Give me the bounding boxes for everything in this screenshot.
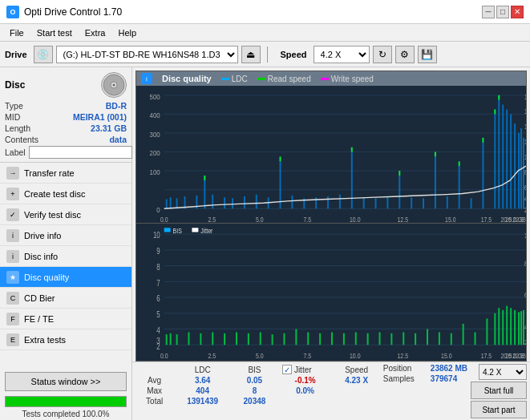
disc-info-label: Disc info (24, 252, 58, 261)
svg-text:12X: 12X (524, 139, 526, 147)
create-test-disc-icon: + (6, 188, 19, 200)
sidebar-item-create-test-disc[interactable]: + Create test disc (0, 184, 131, 204)
save-button[interactable]: 💾 (418, 46, 437, 63)
read-speed-legend-label: Read speed (268, 75, 311, 83)
cd-bier-label: CD Bier (24, 293, 55, 303)
sidebar-item-verify-test-disc[interactable]: ✓ Verify test disc (0, 204, 131, 225)
menu-file[interactable]: File (3, 26, 30, 39)
stats-max-row: Max 404 8 0.0% (136, 386, 380, 396)
sidebar-item-transfer-rate[interactable]: → Transfer rate (0, 163, 131, 184)
titlebar: O Opti Drive Control 1.70 ─ □ ✕ (0, 0, 530, 24)
total-ldc: 1391439 (173, 396, 232, 406)
eject-button[interactable]: ⏏ (241, 46, 261, 63)
label-input[interactable] (29, 146, 132, 159)
svg-rect-108 (164, 228, 171, 232)
svg-text:0: 0 (156, 205, 160, 214)
drive-select[interactable]: (G:) HL-DT-ST BD-RE WH16NS48 1.D3 (56, 46, 238, 63)
disc-header: Disc (5, 72, 127, 98)
svg-rect-68 (498, 100, 500, 209)
app-icon: O (6, 6, 19, 18)
chart-header: i Disc quality LDC Read speed Write spee… (136, 71, 526, 86)
sidebar-item-disc-info[interactable]: i Disc info (0, 246, 131, 267)
disc-type-row: Type BD-R (5, 101, 127, 111)
svg-rect-62 (435, 156, 436, 208)
stats-table: LDC BIS ✓ Jitter Speed (136, 364, 380, 418)
svg-text:0.0: 0.0 (160, 216, 168, 223)
close-button[interactable]: ✕ (511, 6, 524, 18)
svg-rect-57 (375, 198, 377, 208)
svg-text:25.0 GB: 25.0 GB (506, 216, 526, 223)
svg-rect-117 (212, 332, 213, 345)
content-area: i Disc quality LDC Read speed Write spee… (132, 67, 530, 420)
svg-rect-133 (403, 332, 404, 345)
svg-rect-147 (518, 312, 520, 345)
jitter-checkbox[interactable]: ✓ (282, 365, 292, 374)
settings-button[interactable]: ⚙ (395, 46, 415, 63)
svg-rect-114 (176, 334, 178, 345)
svg-text:4: 4 (156, 326, 160, 335)
progress-bar-fill (6, 397, 126, 406)
length-value: 23.31 GB (91, 123, 127, 133)
svg-rect-37 (166, 200, 168, 209)
svg-rect-53 (327, 196, 329, 208)
status-window-button[interactable]: Status window >> (5, 372, 127, 391)
transfer-rate-icon: → (6, 167, 19, 180)
svg-rect-124 (295, 329, 297, 345)
svg-rect-146 (514, 310, 516, 345)
disc-quality-label: Disc quality (24, 273, 69, 282)
label-label: Label (5, 147, 26, 157)
svg-rect-131 (379, 332, 381, 345)
label-row: Label 🔍 (5, 146, 127, 159)
disc-icon (101, 72, 127, 98)
svg-rect-59 (399, 176, 400, 208)
quality-speed-select[interactable]: 4.2 X (479, 364, 527, 380)
speed-label: Speed (281, 50, 307, 59)
menu-start-test[interactable]: Start test (30, 26, 79, 39)
svg-rect-71 (510, 114, 512, 208)
svg-text:2%: 2% (524, 338, 526, 346)
svg-rect-65 (471, 198, 472, 208)
svg-rect-77 (280, 156, 281, 161)
stats-buttons: 4.2 X Start full Start part (471, 364, 527, 418)
sidebar-item-disc-quality[interactable]: ★ Disc quality (0, 267, 131, 288)
verify-test-disc-icon: ✓ (6, 208, 19, 221)
svg-text:12.5: 12.5 (398, 216, 408, 223)
svg-rect-72 (514, 123, 516, 208)
stats-header-ldc: LDC (173, 364, 232, 375)
svg-rect-125 (307, 332, 309, 345)
svg-rect-134 (415, 333, 416, 345)
svg-text:10: 10 (153, 231, 160, 240)
nav-menu: → Transfer rate + Create test disc ✓ Ver… (0, 163, 131, 369)
sidebar-item-extra-tests[interactable]: E Extra tests (0, 329, 131, 350)
menu-extra[interactable]: Extra (79, 26, 112, 39)
chart-top: 500 400 300 200 100 0 18X 16X 14X 12X 10… (136, 86, 526, 224)
sidebar-item-fe-te[interactable]: F FE / TE (0, 309, 131, 329)
start-full-button[interactable]: Start full (471, 382, 527, 399)
svg-text:18X: 18X (524, 93, 526, 101)
svg-rect-61 (423, 198, 424, 208)
mid-value: MEIRA1 (001) (73, 112, 127, 122)
svg-rect-122 (272, 334, 273, 345)
svg-rect-142 (498, 308, 500, 345)
maximize-button[interactable]: □ (496, 6, 509, 18)
svg-rect-55 (351, 152, 353, 209)
position-row: Position 23862 MB (383, 364, 467, 373)
disc-length-row: Length 23.31 GB (5, 123, 127, 133)
sidebar-item-cd-bier[interactable]: C CD Bier (0, 288, 131, 309)
start-part-button[interactable]: Start part (471, 401, 527, 418)
window-controls[interactable]: ─ □ ✕ (482, 6, 524, 18)
svg-rect-39 (176, 198, 178, 208)
svg-text:0.0: 0.0 (160, 352, 168, 360)
minimize-button[interactable]: ─ (482, 6, 495, 18)
drive-icon-btn[interactable]: 💿 (34, 46, 53, 63)
svg-rect-135 (427, 329, 428, 345)
type-value: BD-R (106, 101, 127, 111)
svg-text:100: 100 (150, 168, 160, 176)
svg-text:5: 5 (156, 310, 160, 319)
stats-area: LDC BIS ✓ Jitter Speed (132, 361, 530, 420)
sidebar-item-drive-info[interactable]: i Drive info (0, 225, 131, 246)
menu-help[interactable]: Help (111, 26, 143, 39)
refresh-button[interactable]: ↻ (373, 46, 392, 63)
jitter-label: Jitter (294, 365, 312, 374)
speed-select[interactable]: 4.2 X (314, 46, 370, 63)
